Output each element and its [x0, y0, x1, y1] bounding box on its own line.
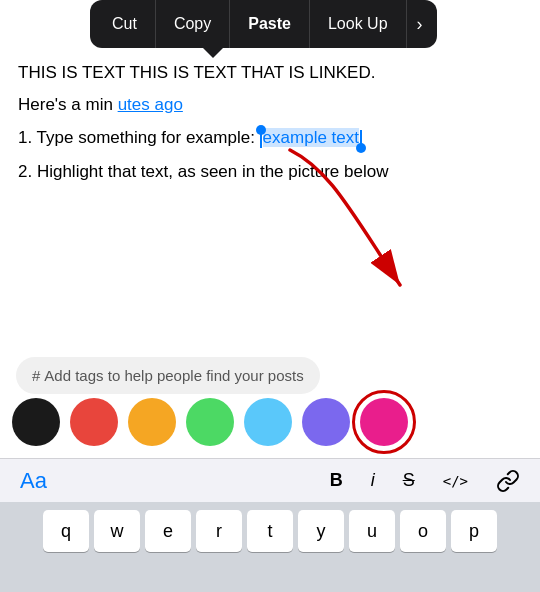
- example-text-highlighted: example text: [263, 128, 359, 147]
- key-e[interactable]: e: [145, 510, 191, 552]
- hash-symbol: #: [32, 367, 40, 384]
- copy-button[interactable]: Copy: [156, 0, 230, 48]
- more-options-button[interactable]: ›: [407, 0, 433, 48]
- look-up-button[interactable]: Look Up: [310, 0, 407, 48]
- heading-line: THIS IS TEXT THIS IS TEXT THAT IS LINKED…: [18, 60, 522, 86]
- key-r[interactable]: r: [196, 510, 242, 552]
- link-button[interactable]: [484, 463, 532, 499]
- strikethrough-button[interactable]: S: [391, 464, 427, 497]
- key-y[interactable]: y: [298, 510, 344, 552]
- body-line: Here's a min utes ago: [18, 92, 522, 118]
- color-green[interactable]: [186, 398, 234, 446]
- instruction-2: 2. Highlight that text, as seen in the p…: [18, 159, 522, 185]
- key-t[interactable]: t: [247, 510, 293, 552]
- bold-button[interactable]: B: [318, 464, 355, 497]
- instruction-1: 1. Type something for example: example t…: [18, 125, 522, 151]
- key-o[interactable]: o: [400, 510, 446, 552]
- body-text: Here's a min: [18, 95, 113, 114]
- key-q[interactable]: q: [43, 510, 89, 552]
- tags-input[interactable]: # Add tags to help people find your post…: [16, 357, 320, 394]
- color-blue[interactable]: [244, 398, 292, 446]
- keyboard: q w e r t y u o p: [0, 502, 540, 592]
- key-w[interactable]: w: [94, 510, 140, 552]
- key-p[interactable]: p: [451, 510, 497, 552]
- cut-button[interactable]: Cut: [94, 0, 156, 48]
- key-u[interactable]: u: [349, 510, 395, 552]
- color-purple[interactable]: [302, 398, 350, 446]
- tags-placeholder: Add tags to help people find your posts: [44, 367, 303, 384]
- paste-button[interactable]: Paste: [230, 0, 310, 48]
- color-black[interactable]: [12, 398, 60, 446]
- linked-text[interactable]: utes ago: [118, 95, 183, 114]
- color-pink-wrapper: [360, 398, 408, 446]
- color-orange[interactable]: [128, 398, 176, 446]
- context-menu: Cut Copy Paste Look Up ›: [90, 0, 437, 48]
- color-red[interactable]: [70, 398, 118, 446]
- color-picker: [0, 392, 540, 452]
- italic-button[interactable]: i: [359, 464, 387, 497]
- key-row-1: q w e r t y u o p: [4, 510, 536, 552]
- font-size-button[interactable]: Aa: [8, 462, 59, 500]
- code-button[interactable]: </>: [431, 467, 480, 495]
- color-pink[interactable]: [360, 398, 408, 446]
- format-toolbar: Aa B i S </>: [0, 458, 540, 502]
